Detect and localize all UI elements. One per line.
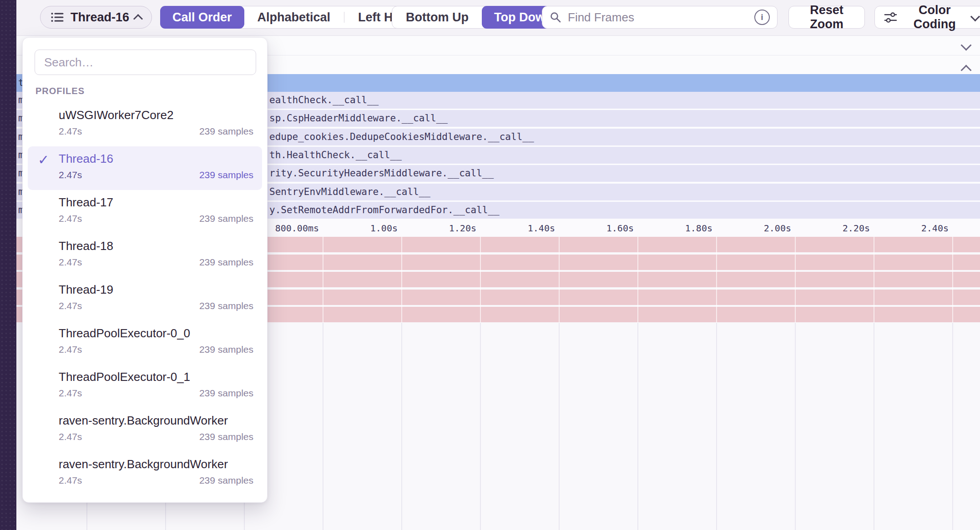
profile-samples: 239 samples (199, 213, 253, 225)
frame-label: y.SetRemoteAddrFromForwardedFor.__call__ (269, 202, 500, 219)
profile-list-item[interactable]: Thread-18 2.47s239 samples (28, 234, 262, 277)
find-frames-input[interactable] (567, 10, 754, 25)
profile-samples: 239 samples (199, 256, 253, 268)
chevron-up-icon (133, 14, 143, 23)
reset-zoom-button[interactable]: Reset Zoom (788, 6, 865, 29)
color-coding-button[interactable]: Color Coding (874, 6, 980, 29)
axis-tick: 800.00ms (275, 223, 319, 234)
gridline (480, 237, 481, 530)
profile-name: ThreadPoolExecutor-0_0 (59, 326, 253, 340)
profile-list-item[interactable]: raven-sentry.BackgroundWorker 2.47s239 s… (28, 452, 262, 495)
profile-duration: 2.47s (59, 213, 82, 225)
check-icon: ✓ (38, 152, 49, 168)
profile-list-item[interactable]: Thread-17 2.47s239 samples (28, 190, 262, 234)
gridline (716, 237, 717, 530)
gridline (637, 237, 638, 530)
profile-list-item[interactable]: ThreadPoolExecutor-0_1 2.47s239 samples (28, 365, 262, 408)
thread-dropdown-panel: PROFILES uWSGIWorker7Core2 2.47s239 samp… (22, 37, 268, 503)
gridline (952, 237, 953, 530)
axis-tick: 1.00s (370, 223, 398, 234)
frame-label: SentryEnvMiddleware.__call__ (269, 184, 430, 200)
chevron-down-icon[interactable] (960, 40, 971, 50)
profile-samples: 239 samples (199, 475, 253, 486)
profile-list-item[interactable]: uWSGIWorker7Core2 2.47s239 samples (28, 103, 262, 146)
list-icon (51, 11, 64, 24)
axis-tick: 2.00s (764, 223, 791, 234)
profile-samples: 239 samples (199, 125, 253, 137)
frame-label: sp.CspHeaderMiddleware.__call__ (269, 110, 448, 127)
profile-duration: 2.47s (59, 431, 82, 443)
profile-name: Thread-19 (59, 282, 253, 297)
segment-call-order[interactable]: Call Order (160, 6, 244, 29)
profile-samples: 239 samples (199, 344, 253, 355)
axis-tick: 2.40s (921, 223, 949, 234)
direction-segmented-control: Bottom Up Top Down (392, 6, 565, 29)
profile-samples: 239 samples (199, 387, 253, 399)
profile-name: uWSGIWorker7Core2 (59, 108, 253, 122)
profile-duration: 2.47s (59, 387, 82, 399)
sliders-icon (884, 11, 897, 24)
axis-tick: 1.40s (528, 223, 555, 234)
profile-list-item[interactable]: raven-sentry.BackgroundWorker 2.47s239 s… (28, 408, 262, 452)
app-sidebar-strip (0, 0, 16, 530)
axis-tick: 2.20s (843, 223, 870, 234)
profile-name: raven-sentry.BackgroundWorker (59, 457, 253, 471)
frame-label: ealthCheck.__call__ (269, 92, 379, 109)
profile-samples: 239 samples (199, 169, 253, 181)
profiling-flamegraph-page: Thread-16 Call Order Alphabetical Left H… (0, 0, 980, 530)
profile-duration: 2.47s (59, 300, 82, 312)
gridline (323, 237, 323, 530)
profiles-list: uWSGIWorker7Core2 2.47s239 samples ✓ Thr… (23, 103, 267, 495)
axis-tick: 1.60s (606, 223, 634, 234)
profile-name: raven-sentry.BackgroundWorker (59, 413, 253, 428)
profile-list-item-selected[interactable]: ✓ Thread-16 2.47s239 samples (28, 146, 262, 190)
info-icon[interactable]: i (754, 10, 770, 25)
profile-duration: 2.47s (59, 475, 82, 486)
thread-selector-label: Thread-16 (71, 10, 129, 25)
profile-duration: 2.47s (59, 125, 82, 137)
frame-label: th.HealthCheck.__call__ (269, 147, 402, 164)
profile-name: ThreadPoolExecutor-0_1 (59, 370, 253, 384)
profile-list-item[interactable]: ThreadPoolExecutor-0_0 2.47s239 samples (28, 321, 262, 365)
gridline (559, 237, 560, 530)
profile-name: Thread-16 (59, 151, 253, 166)
frame-label: rity.SecurityHeadersMiddleware.__call__ (269, 165, 494, 182)
profile-duration: 2.47s (59, 256, 82, 268)
profile-name: Thread-18 (59, 239, 253, 253)
profile-duration: 2.47s (59, 344, 82, 355)
profile-samples: 239 samples (199, 431, 253, 443)
axis-tick: 1.80s (685, 223, 712, 234)
dropdown-search-input[interactable] (35, 50, 256, 75)
gridline (401, 237, 402, 530)
color-coding-label: Color Coding (897, 3, 972, 31)
toolbar: Thread-16 Call Order Alphabetical Left H… (16, 0, 980, 36)
thread-selector-button[interactable]: Thread-16 (40, 6, 152, 29)
frame-label: edupe_cookies.DedupeCookiesMiddleware.__… (269, 129, 534, 145)
chevron-up-icon[interactable] (960, 65, 971, 75)
profile-samples: 239 samples (199, 300, 253, 312)
find-frames-search: i (542, 6, 778, 29)
profiles-section-label: PROFILES (35, 86, 267, 96)
axis-tick: 1.20s (449, 223, 476, 234)
profile-name: Thread-17 (59, 195, 253, 210)
segment-alphabetical[interactable]: Alphabetical (244, 6, 344, 28)
gridline (874, 237, 874, 530)
profile-duration: 2.47s (59, 169, 82, 181)
gridline (795, 237, 796, 530)
search-icon (550, 11, 561, 23)
profile-list-item[interactable]: Thread-19 2.47s239 samples (28, 277, 262, 321)
segment-bottom-up[interactable]: Bottom Up (392, 6, 482, 28)
